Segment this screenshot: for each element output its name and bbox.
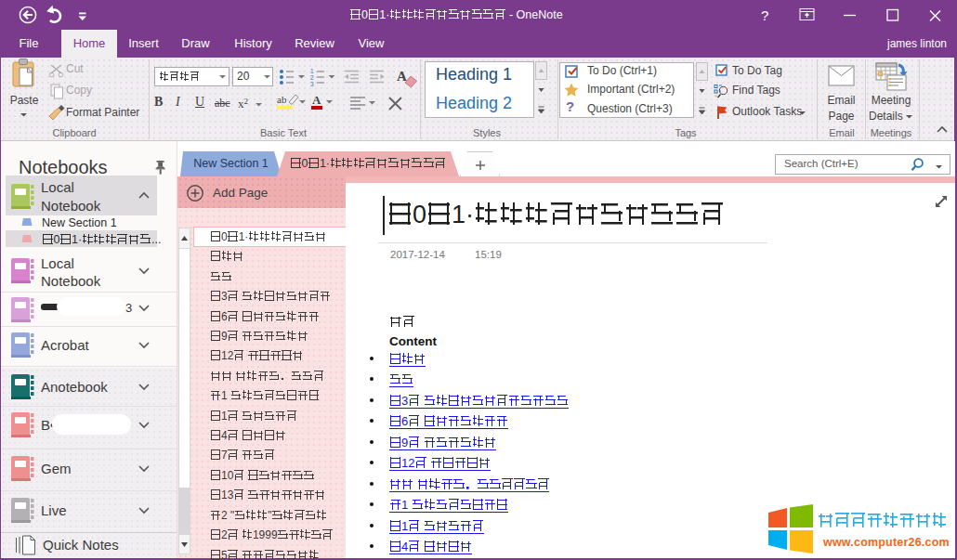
svg-text:ab: ab xyxy=(277,94,287,105)
svg-text:3: 3 xyxy=(310,81,314,87)
svg-text:?: ? xyxy=(761,7,768,23)
svg-text:1: 1 xyxy=(310,68,314,74)
svg-text:2: 2 xyxy=(310,74,314,81)
svg-text:A: A xyxy=(397,69,407,84)
svg-text:A: A xyxy=(312,93,321,107)
